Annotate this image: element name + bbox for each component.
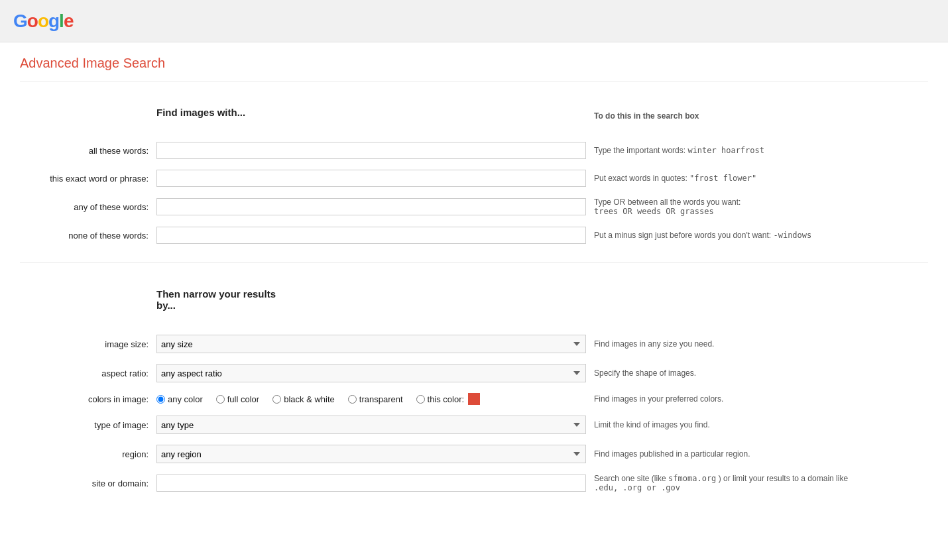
hint-none-words: Put a minus sign just before words you d… xyxy=(594,231,811,240)
radio-group-colors: any color full color black & white xyxy=(156,393,586,405)
hint-region: Find images published in a particular re… xyxy=(594,449,750,459)
hint-code-site2: .edu, .org or .gov xyxy=(594,483,680,492)
hint-all-words: Type the important words: winter hoarfro… xyxy=(594,146,764,155)
find-section: Find images with... To do this in the se… xyxy=(20,95,928,249)
label-any-words: any of these words: xyxy=(20,192,152,221)
logo-letter-g2: g xyxy=(48,11,59,31)
label-exact-phrase: this exact word or phrase: xyxy=(20,164,152,192)
hint-site-domain: Search one site (like sfmoma.org ) or li… xyxy=(594,474,848,492)
logo-letter-o2: o xyxy=(38,11,48,31)
radio-label-this-color: this color: xyxy=(428,394,465,404)
radio-input-full-color[interactable] xyxy=(216,395,225,404)
radio-input-any-color[interactable] xyxy=(156,395,165,404)
find-section-heading: Find images with... xyxy=(156,107,586,118)
hint-colors: Find images in your preferred colors. xyxy=(594,394,723,404)
narrow-section: Then narrow your results by... image siz… xyxy=(20,276,928,498)
radio-black-white[interactable]: black & white xyxy=(272,394,335,404)
row-any-words: any of these words: Type OR between all … xyxy=(20,192,928,221)
hint-code-site1: sfmoma.org xyxy=(668,474,716,483)
radio-input-black-white[interactable] xyxy=(272,395,281,404)
logo-letter-e: e xyxy=(64,11,74,31)
label-site-domain: site or domain: xyxy=(20,469,152,498)
row-site-domain: site or domain: Search one site (like sf… xyxy=(20,469,928,498)
hint-aspect-ratio: Specify the shape of images. xyxy=(594,368,696,378)
label-image-type: type of image: xyxy=(20,410,152,439)
hint-code-exact-phrase: "frost flower" xyxy=(689,174,756,183)
label-image-size: image size: xyxy=(20,329,152,359)
radio-label-full-color: full color xyxy=(227,394,259,404)
label-none-words: none of these words: xyxy=(20,221,152,249)
hint-exact-phrase: Put exact words in quotes: "frost flower… xyxy=(594,174,756,183)
radio-label-transparent: transparent xyxy=(359,394,403,404)
select-aspect-ratio[interactable]: any aspect ratio tall square wide panora… xyxy=(156,364,586,382)
input-none-words[interactable] xyxy=(156,227,586,244)
select-image-type[interactable]: any type face photo clip art line drawin… xyxy=(156,416,586,434)
logo-letter-l: l xyxy=(59,11,64,31)
radio-label-black-white: black & white xyxy=(284,394,335,404)
input-all-words[interactable] xyxy=(156,142,586,159)
select-image-size[interactable]: any size large medium icon xyxy=(156,335,586,353)
hint-any-words: Type OR between all the words you want: … xyxy=(594,197,741,216)
logo-letter-g: G xyxy=(13,11,27,31)
hint-code-any-words: trees OR weeds OR grasses xyxy=(594,207,714,216)
narrow-section-heading: Then narrow your results by... xyxy=(156,288,586,311)
hint-image-size: Find images in any size you need. xyxy=(594,339,714,349)
select-region[interactable]: any region Afghanistan Albania Algeria U… xyxy=(156,445,586,463)
header: Google xyxy=(0,0,948,42)
google-logo[interactable]: Google xyxy=(13,11,73,32)
divider-mid xyxy=(20,262,928,263)
row-all-words: all these words: Type the important word… xyxy=(20,137,928,164)
label-region: region: xyxy=(20,439,152,469)
page-title: Advanced Image Search xyxy=(0,42,948,81)
row-exact-phrase: this exact word or phrase: Put exact wor… xyxy=(20,164,928,192)
radio-full-color[interactable]: full color xyxy=(216,394,259,404)
hint-image-type: Limit the kind of images you find. xyxy=(594,420,710,429)
input-site-domain[interactable] xyxy=(156,475,586,492)
radio-this-color[interactable]: this color: xyxy=(416,393,481,405)
hint-code-none-words: -windows xyxy=(773,231,811,240)
label-aspect-ratio: aspect ratio: xyxy=(20,359,152,388)
label-colors: colors in image: xyxy=(20,388,152,410)
row-region: region: any region Afghanistan Albania A… xyxy=(20,439,928,469)
row-image-type: type of image: any type face photo clip … xyxy=(20,410,928,439)
input-exact-phrase[interactable] xyxy=(156,170,586,187)
radio-input-transparent[interactable] xyxy=(348,395,357,404)
row-aspect-ratio: aspect ratio: any aspect ratio tall squa… xyxy=(20,359,928,388)
hint-header: To do this in the search box xyxy=(594,111,699,121)
main-content: Find images with... To do this in the se… xyxy=(0,82,948,511)
row-colors: colors in image: any color full color xyxy=(20,388,928,410)
hint-code-all-words: winter hoarfrost xyxy=(687,146,764,155)
logo-letter-o1: o xyxy=(27,11,38,31)
radio-input-this-color[interactable] xyxy=(416,395,425,404)
radio-any-color[interactable]: any color xyxy=(156,394,203,404)
radio-transparent[interactable]: transparent xyxy=(348,394,403,404)
color-swatch-red[interactable] xyxy=(468,393,480,405)
label-all-words: all these words: xyxy=(20,137,152,164)
radio-label-any-color: any color xyxy=(168,394,203,404)
row-none-words: none of these words: Put a minus sign ju… xyxy=(20,221,928,249)
row-image-size: image size: any size large medium icon F… xyxy=(20,329,928,359)
input-any-words[interactable] xyxy=(156,198,586,215)
